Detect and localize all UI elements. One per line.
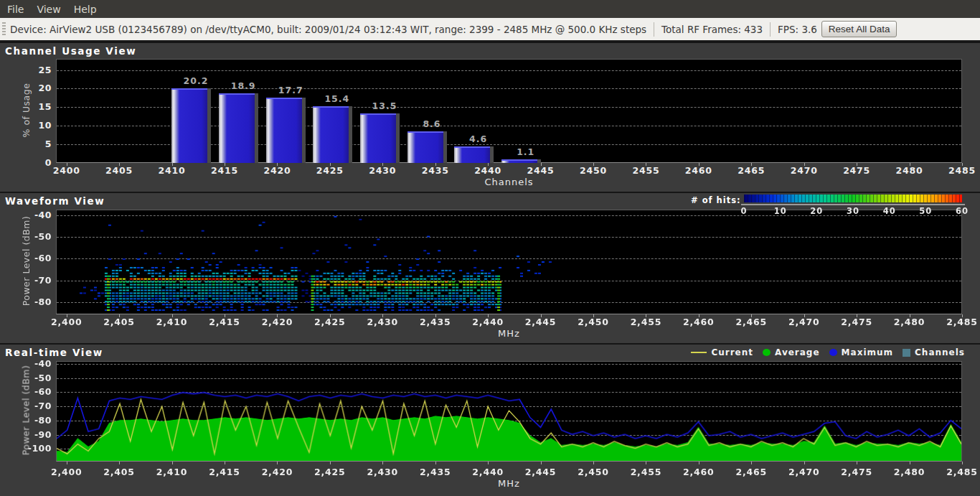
- usage-y-axis-title: % of Usage: [21, 67, 32, 153]
- realtime-xtick-mark: [277, 462, 278, 464]
- hits-legend-tick: 30: [842, 206, 864, 216]
- usage-bar-value: 8.6: [410, 118, 453, 129]
- realtime-xtick-mark: [330, 462, 331, 464]
- reset-all-data-button[interactable]: Reset All Data: [821, 21, 897, 37]
- realtime-title: Real-time View: [5, 347, 103, 358]
- usage-bar-value: 13.5: [363, 100, 406, 111]
- hits-legend-label: # of hits:: [691, 195, 741, 205]
- realtime-xtick: 2,430: [359, 467, 405, 477]
- channels-square-swatch: [903, 349, 910, 357]
- fps-text: FPS: 3.6: [778, 24, 817, 35]
- toolbar-separator: [654, 22, 654, 37]
- waveform-xtick: 2,450: [570, 317, 616, 327]
- waveform-xtick: 2,470: [781, 317, 827, 327]
- gridline: [57, 70, 961, 71]
- waveform-y-axis-title: Power Level (dBm): [21, 212, 32, 310]
- realtime-xtick: 2,425: [307, 467, 353, 477]
- realtime-xtick-mark: [67, 462, 67, 464]
- waveform-plot-area[interactable]: [56, 210, 962, 314]
- waveform-xtick: 2,420: [254, 317, 300, 327]
- realtime-xtick-mark: [857, 462, 857, 464]
- realtime-xtick: 2,475: [834, 467, 880, 477]
- usage-xtick: 2445: [518, 165, 564, 176]
- toolbar-grip-icon[interactable]: [2, 22, 6, 37]
- waveform-title: Waveform View: [5, 195, 105, 207]
- usage-xtick: 2475: [834, 165, 880, 176]
- usage-bar[interactable]: [266, 98, 302, 163]
- average-dot-swatch: [763, 349, 771, 356]
- usage-bar[interactable]: [219, 93, 255, 163]
- channel-usage-title: Channel Usage View: [5, 45, 136, 57]
- usage-bar[interactable]: [171, 88, 207, 163]
- waveform-xtick: 2,415: [202, 317, 248, 327]
- usage-bar-value: 4.6: [457, 134, 500, 144]
- realtime-xtick: 2,465: [728, 467, 774, 477]
- maximum-dot-swatch: [829, 349, 837, 356]
- realtime-xtick-mark: [804, 462, 805, 464]
- usage-bar[interactable]: [313, 106, 349, 163]
- usage-xtick: 2460: [676, 165, 722, 176]
- waveform-heatmap-canvas[interactable]: [57, 210, 961, 314]
- realtime-xtick-mark: [172, 462, 173, 464]
- usage-xtick: 2410: [149, 165, 195, 176]
- usage-bar[interactable]: [407, 131, 443, 163]
- hits-legend-tick: 60: [951, 206, 973, 216]
- realtime-spectrum-canvas[interactable]: [57, 362, 961, 461]
- realtime-xtick: 2,410: [149, 467, 195, 477]
- realtime-xtick: 2,480: [887, 467, 933, 477]
- waveform-x-axis-title: MHz: [466, 328, 552, 339]
- realtime-xtick-mark: [910, 462, 910, 464]
- realtime-xtick-mark: [382, 462, 383, 464]
- waveform-xtick: 2,455: [623, 317, 669, 327]
- usage-x-axis-title: Channels: [466, 177, 552, 187]
- realtime-xtick-mark: [541, 462, 542, 464]
- total-frames-text: Total RF Frames: 433: [661, 24, 763, 35]
- current-line-swatch: [691, 352, 707, 353]
- hits-legend-gradient: [744, 195, 962, 202]
- realtime-xtick: 2,415: [202, 467, 248, 477]
- usage-xtick: 2430: [359, 165, 405, 176]
- menu-view[interactable]: View: [37, 4, 60, 15]
- realtime-plot-area[interactable]: [56, 361, 962, 462]
- realtime-xtick-mark: [962, 462, 963, 464]
- waveform-xtick: 2,400: [44, 317, 90, 327]
- waveform-xtick: 2,485: [939, 317, 980, 327]
- waveform-xtick: 2,430: [359, 317, 405, 327]
- device-info-text: Device: AirView2 USB (0123456789) on /de…: [10, 24, 646, 35]
- realtime-xtick: 2,400: [44, 467, 90, 477]
- realtime-xtick-mark: [593, 462, 594, 464]
- realtime-xtick: 2,440: [465, 467, 511, 477]
- realtime-y-axis-title: Power Level (dBm): [21, 362, 32, 459]
- legend-current: Current: [691, 347, 753, 357]
- menu-help[interactable]: Help: [74, 4, 97, 15]
- usage-bar[interactable]: [454, 146, 490, 163]
- realtime-xtick: 2,405: [96, 467, 142, 477]
- legend-average: Average: [763, 347, 820, 357]
- usage-bar[interactable]: [360, 113, 396, 163]
- usage-xtick: 2465: [728, 165, 774, 176]
- usage-xtick: 2455: [623, 165, 669, 176]
- hits-legend-tick: 50: [915, 206, 936, 216]
- waveform-xtick: 2,425: [307, 317, 353, 327]
- usage-bar[interactable]: [501, 159, 537, 163]
- realtime-xtick-mark: [646, 462, 646, 464]
- legend-maximum: Maximum: [829, 347, 893, 357]
- usage-xtick: 2405: [96, 165, 142, 176]
- usage-xtick: 2470: [781, 165, 827, 176]
- realtime-xtick: 2,445: [518, 467, 564, 477]
- waveform-xtick: 2,460: [676, 317, 722, 327]
- realtime-xtick: 2,485: [939, 467, 980, 477]
- realtime-x-axis-title: MHz: [466, 478, 552, 489]
- hits-legend-tick: 20: [806, 206, 827, 216]
- usage-xtick: 2440: [465, 165, 511, 176]
- waveform-xtick: 2,465: [728, 317, 774, 327]
- usage-bar-value: 1.1: [504, 146, 547, 157]
- realtime-xtick-mark: [435, 462, 436, 464]
- menu-file[interactable]: File: [7, 4, 24, 15]
- realtime-xtick: 2,460: [676, 467, 722, 477]
- waveform-xtick: 2,480: [887, 317, 933, 327]
- usage-bar-value: 18.9: [222, 80, 265, 91]
- realtime-xtick: 2,455: [623, 467, 669, 477]
- usage-xtick: 2420: [254, 165, 300, 176]
- realtime-xtick-mark: [751, 462, 752, 464]
